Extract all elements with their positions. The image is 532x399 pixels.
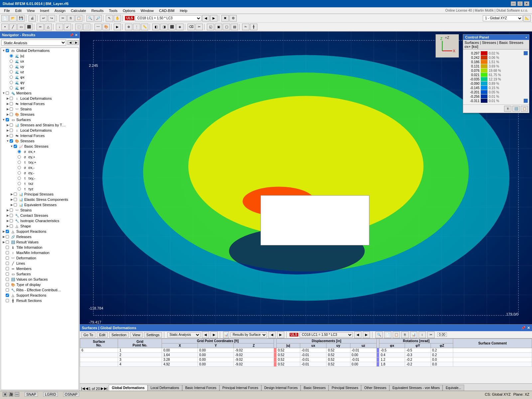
tb-iso[interactable]: ◱ (207, 24, 214, 30)
tb-view1[interactable]: ⬚ (75, 24, 82, 30)
tree-phiz[interactable]: 🌊 φz (5, 85, 78, 90)
cb-members[interactable] (6, 91, 9, 95)
tb-cut[interactable]: ✂ (59, 15, 66, 22)
tree-equivalent-stresses[interactable]: ▶ 📊 Equivalent Stresses (9, 202, 78, 207)
cb-members-stresses[interactable] (10, 113, 13, 116)
tb-render2[interactable]: ◨ (160, 24, 168, 30)
tree-support-reactions-leaf[interactable]: △ Support Reactions (1, 293, 78, 298)
tab-basic-internal-forces[interactable]: Basic Internal Forces (182, 385, 219, 391)
status-osnap[interactable]: OSNAP (63, 392, 79, 397)
tb-copy[interactable]: ⎘ (67, 15, 74, 22)
menu-file[interactable]: File (1, 8, 13, 13)
tree-basic-stresses[interactable]: ▼ 📈 Basic Stresses (9, 144, 78, 149)
tab-equiv-stresses-vonmises[interactable]: Equivalent Stresses - von Mises (389, 385, 443, 391)
page-nav-next[interactable]: ▶ (101, 386, 103, 391)
tree-global-deformations[interactable]: ▼ 🗀 Global Deformations (1, 48, 78, 53)
tree-surfaces-disp[interactable]: ▭ Surfaces (1, 271, 78, 277)
tb-render3[interactable]: ⬛ (168, 24, 176, 30)
radio-sigma-ym[interactable] (18, 171, 21, 175)
tab-local-deformations[interactable]: Local Deformations (148, 385, 182, 391)
tb-new[interactable]: 📄 (1, 15, 9, 22)
tree-type-of-display[interactable]: 🎨 Type of display (1, 282, 78, 287)
cb-isotropic[interactable] (10, 219, 13, 222)
cb-surf-strains[interactable] (10, 208, 13, 212)
cb-deformation-disp[interactable] (6, 256, 9, 260)
tree-surf-local-def[interactable]: ▶ ↕ Local Deformations (5, 128, 78, 133)
tab-global-deformations[interactable]: Global Deformations (109, 385, 147, 391)
cb-surf-local-def[interactable] (10, 129, 13, 132)
bp-results-icon[interactable]: 📊 (223, 332, 229, 338)
window-controls[interactable]: — □ ✕ (511, 1, 529, 6)
edit-btn[interactable]: Edit (97, 332, 108, 337)
cb-values-on-surfaces[interactable] (6, 278, 9, 281)
tab-equiv-more[interactable]: Equivale... (443, 385, 464, 391)
tb-axes[interactable]: 📐 (523, 15, 531, 22)
bp-icon3[interactable]: 📋 (393, 332, 400, 338)
settings-btn[interactable]: Settings (144, 332, 162, 337)
cs-combo[interactable]: 1 - Global XYZ (483, 15, 523, 21)
tree-tau-xyp[interactable]: τ τxy,+ (13, 160, 78, 165)
tb-load2[interactable]: ↙ (64, 24, 71, 30)
tab-other-stresses[interactable]: Other Stresses (361, 385, 389, 391)
tb-del2[interactable]: ✂ (196, 24, 203, 30)
tb-del[interactable]: ⌫ (188, 24, 195, 30)
tb-front[interactable]: ▣ (215, 24, 222, 30)
cb-members-strains[interactable] (10, 107, 13, 111)
tree-members-disp[interactable]: ═ Members (1, 266, 78, 271)
tb-settings[interactable]: ⚙ (229, 15, 237, 22)
analysis-select[interactable]: Static Analysis (167, 332, 200, 337)
status-icon1[interactable]: 🖥 (3, 392, 7, 397)
bp-icon6[interactable]: ↕ (419, 332, 426, 338)
cb-members-int-forces[interactable] (10, 102, 13, 105)
radio-tau-xyp[interactable] (18, 161, 21, 164)
menu-options[interactable]: Options (120, 8, 138, 13)
tree-surf-strains[interactable]: ▶ 〰 Strains (5, 207, 78, 213)
cb-elastic-stress[interactable] (14, 198, 17, 201)
tree-values-on-surfaces[interactable]: 🔢 Values on Surfaces (1, 277, 78, 282)
cp-icon3[interactable]: 📋 (521, 106, 528, 112)
tb-animate[interactable]: ▶ (114, 24, 121, 30)
tb-redo[interactable]: ↪ (48, 15, 55, 22)
tb-measure[interactable]: 📏 (141, 24, 148, 30)
cb-lines-disp[interactable] (6, 262, 9, 265)
cb-surfaces[interactable] (6, 118, 9, 121)
tb-line[interactable]: ╱ (9, 24, 17, 30)
tb-open[interactable]: 📂 (9, 15, 17, 22)
cb-maxmin-info[interactable] (6, 251, 9, 254)
viewport-area[interactable]: -12.162 2.245 -118.784 -79.417 179.0/0 C… (80, 32, 532, 324)
minimize-button[interactable]: — (511, 1, 516, 6)
page-nav-prev[interactable]: ◀ (85, 386, 88, 391)
tree-title-info[interactable]: ℹ Title Information (1, 245, 78, 250)
cb-surf-stresses[interactable] (10, 139, 13, 143)
bp-prev3[interactable]: ◀ (354, 332, 361, 338)
tree-elastic-stress[interactable]: ▶ 📊 Elastic Stress Components (9, 197, 78, 202)
tb-results-toggle[interactable]: ✖ (221, 15, 229, 22)
tree-lines-disp[interactable]: ╱ Lines (1, 261, 78, 266)
page-nav-last[interactable]: ▶| (104, 386, 108, 391)
bp-icon7[interactable]: ✂ (427, 332, 435, 338)
goto-btn[interactable]: Go To (81, 332, 95, 337)
menu-cadbim[interactable]: CAD-BIM (156, 8, 177, 13)
tb-paste[interactable]: 📋 (75, 15, 82, 22)
tb-load[interactable]: ↓ (56, 24, 63, 30)
tb-member[interactable]: ═ (37, 24, 44, 30)
selection-btn[interactable]: Selection (109, 332, 129, 337)
radio-uz[interactable] (10, 70, 13, 73)
tree-releases[interactable]: ▶ 🔗 Releases (1, 234, 78, 239)
tree-members-stresses[interactable]: ▶ 🎨 Stresses (5, 112, 78, 117)
menu-insert[interactable]: Insert (37, 8, 52, 13)
tree-tau-xym[interactable]: τ τxy,- (13, 176, 78, 181)
view-btn[interactable]: View (130, 332, 143, 337)
tb-prev-lc[interactable]: ◀ (202, 15, 209, 22)
results-by-select[interactable]: Results by Surface (230, 332, 267, 337)
tree-members-local-def[interactable]: ▶ ↕ Local Deformations (5, 96, 78, 101)
tb-solid[interactable]: ⬛ (25, 24, 33, 30)
cb-result-values[interactable] (6, 240, 9, 244)
tb-zoom-in[interactable]: 🔍 (86, 15, 94, 22)
tb-deform[interactable]: 〰 (94, 24, 102, 30)
tab-design-internal-forces[interactable]: Design Internal Forces (261, 385, 301, 391)
radio-sigma-xp[interactable] (18, 150, 21, 153)
tb-section[interactable]: ╂ (250, 24, 257, 30)
cb-surf-int-forces[interactable] (10, 134, 13, 137)
tree-uz[interactable]: 🌊 uz (5, 69, 78, 74)
